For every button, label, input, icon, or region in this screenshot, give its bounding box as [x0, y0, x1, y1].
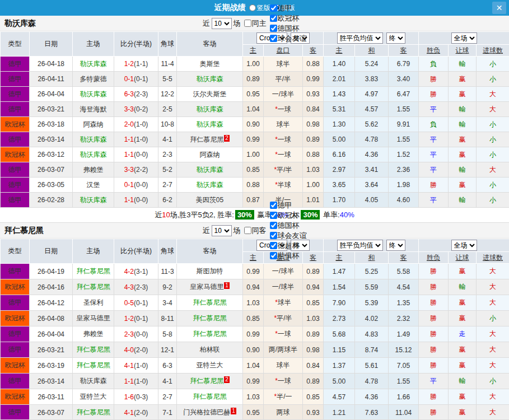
result-cell: 勝	[419, 295, 449, 311]
goals-cell: 小	[477, 132, 509, 147]
away-team-cell: 亚特兰大	[177, 358, 243, 374]
home-team-cell: 弗赖堡	[73, 326, 114, 342]
avg-select[interactable]: 胜平负均值	[337, 32, 383, 44]
match-row: 德甲26-03-07弗赖堡3-3(2-2)5-2勒沃库森0.85*平/半1.03…	[1, 162, 509, 178]
sub-col-avg-home[interactable]: 主	[324, 45, 355, 57]
league-checkbox[interactable]	[270, 232, 277, 239]
league-filter[interactable]: 欧冠杯	[268, 211, 307, 221]
type-cell: 德甲	[1, 374, 30, 389]
league-filter[interactable]: 世俱杯	[268, 251, 307, 261]
goals-cell: 大	[477, 264, 509, 279]
avg-home-cell: 1.54	[324, 279, 355, 295]
sub-col-result[interactable]: 胜负	[419, 252, 449, 264]
away-team-cell: 门兴格拉德巴赫1	[177, 405, 243, 420]
avg-home-cell: 5.00	[324, 374, 355, 389]
avg-draw-cell: 7.63	[355, 405, 389, 420]
rounds-select[interactable]: 10	[212, 18, 232, 29]
away-team-cell: 勒沃库森	[177, 178, 243, 193]
match-row: 德甲26-04-18勒沃库森1-2(1-1)11-4奥斯堡1.00球半0.881…	[1, 57, 509, 72]
league-filter[interactable]: 德国杯	[268, 221, 307, 231]
league-filter[interactable]: 德甲	[268, 200, 307, 211]
sub-col-handicap-result[interactable]: 让球	[449, 252, 477, 264]
avg-time-select[interactable]: 终	[386, 240, 405, 251]
col-date: 日期	[30, 239, 73, 264]
sub-col-goals[interactable]: 进球数	[477, 252, 509, 264]
league-checkbox[interactable]	[270, 202, 277, 209]
league-filter[interactable]: 德国杯	[268, 24, 307, 34]
score-cell: 0-1(0-0)	[114, 178, 158, 193]
date-cell: 26-04-04	[30, 87, 73, 102]
team-label: 勒沃库森	[80, 151, 107, 158]
avg-away-cell: 2.36	[389, 162, 419, 178]
league-checkbox[interactable]	[270, 222, 277, 229]
score-cell: 1-1(1-0)	[114, 132, 158, 147]
col-corner: 角球	[158, 32, 177, 57]
league-checkbox[interactable]	[270, 252, 277, 259]
odds-away-cell: 0.98	[303, 342, 324, 358]
team-label: 勒沃库森	[197, 120, 223, 128]
type-cell: 欧冠杯	[1, 117, 30, 132]
league-filter[interactable]: 欧冠杯	[268, 13, 307, 24]
result-cell: 勝	[419, 326, 449, 342]
league-checkbox[interactable]	[270, 35, 277, 42]
avg-time-select[interactable]: 终	[386, 32, 405, 44]
avg-draw-cell: 4.78	[355, 132, 389, 147]
scope-select[interactable]: 全场	[451, 240, 477, 251]
league-checkbox[interactable]	[270, 242, 277, 249]
avg-home-cell: 6.16	[324, 147, 355, 162]
match-row: 欧冠杯26-04-16拜仁慕尼黑4-3(2-3)9-2皇家马德里10.94一/球…	[1, 279, 509, 295]
league-checkbox[interactable]	[270, 4, 277, 12]
same-venue-checkbox[interactable]	[244, 20, 251, 27]
corners-cell: 4-1	[158, 374, 177, 389]
away-team-cell: 皇家马德里1	[177, 279, 243, 295]
sub-col-avg-home[interactable]: 主	[324, 252, 355, 264]
home-team-cell: 海登海默	[73, 102, 114, 117]
rounds-select[interactable]: 10	[212, 225, 232, 236]
sub-col-odds-away[interactable]: 客	[303, 45, 324, 57]
league-filter[interactable]: 球会友谊	[268, 34, 307, 44]
handicap-cell: 两球	[264, 405, 303, 420]
close-button[interactable]: ✕	[492, 2, 506, 14]
same-venue-checkbox[interactable]	[244, 227, 251, 234]
league-filter[interactable]: 德甲	[268, 3, 307, 13]
avg-draw-cell: 4.57	[355, 102, 389, 117]
sub-col-handicap-result[interactable]: 让球	[449, 45, 477, 57]
sub-col-goals[interactable]: 进球数	[477, 45, 509, 57]
league-checkbox[interactable]	[270, 15, 277, 22]
matches-label: 场	[234, 226, 241, 236]
odds-home-cell: 1.04	[243, 102, 264, 117]
result-cell: 平	[419, 147, 449, 162]
sub-col-avg-draw[interactable]: 和	[355, 45, 389, 57]
avg-home-cell: 5.68	[324, 326, 355, 342]
avg-select[interactable]: 胜平负均值	[337, 240, 383, 251]
avg-draw-cell: 4.78	[355, 374, 389, 389]
league-checkbox[interactable]	[270, 212, 277, 219]
league-checkbox[interactable]	[270, 25, 277, 32]
odds-away-cell: 0.89	[303, 374, 324, 389]
league-filter[interactable]: 德超杯	[268, 241, 307, 251]
avg-home-cell: 1.47	[324, 264, 355, 279]
date-cell: 26-04-11	[30, 72, 73, 87]
avg-group-header: 胜平负均值终	[324, 32, 419, 45]
match-row: 德甲26-04-11多特蒙德0-1(0-1)5-5勒沃库森0.89平/半0.99…	[1, 72, 509, 87]
sub-col-handicap[interactable]: 盘口	[264, 45, 303, 57]
odds-home-cell: 1.03	[243, 389, 264, 405]
same-venue-filter[interactable]: 同主	[242, 18, 267, 29]
corners-cell: 11-4	[158, 57, 177, 72]
handicap-result-cell: 赢	[449, 178, 477, 193]
sub-col-avg-away[interactable]: 客	[389, 252, 419, 264]
result-cell: 勝	[419, 178, 449, 193]
rank-badge: 1	[224, 282, 230, 289]
home-team-cell: 勒沃库森	[73, 147, 114, 162]
scope-select[interactable]: 全场	[451, 32, 477, 44]
sub-col-avg-draw[interactable]: 和	[355, 252, 389, 264]
league-filter[interactable]: 球会友谊	[268, 231, 307, 241]
avg-home-cell: 1.37	[324, 358, 355, 374]
sub-col-avg-away[interactable]: 客	[389, 45, 419, 57]
sub-col-result[interactable]: 胜负	[419, 45, 449, 57]
goals-cell: 大	[477, 295, 509, 311]
handicap-result-cell: 輸	[449, 374, 477, 389]
sub-col-odds-home[interactable]: 主	[243, 45, 264, 57]
team-label: 拜仁慕尼黑	[77, 267, 110, 275]
same-venue-filter[interactable]: 同客	[242, 226, 267, 236]
